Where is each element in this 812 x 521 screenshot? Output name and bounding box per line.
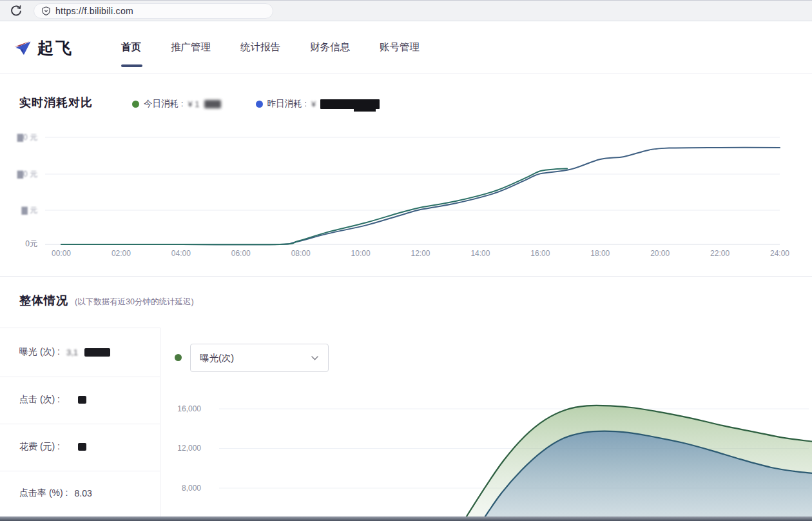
x-tick-label: 04:00 xyxy=(166,249,197,258)
nav-item-promotion[interactable]: 推广管理 xyxy=(171,41,211,54)
today-line xyxy=(61,169,567,245)
legend-item-today[interactable]: 今日消耗 : ¥ 1 xyxy=(132,98,221,110)
nav-item-finance[interactable]: 财务信息 xyxy=(310,41,350,54)
metric-row-clicks: 点击 (次) : xyxy=(19,393,86,406)
site-header: 起飞 首页 推广管理 统计报告 财务信息 账号管理 xyxy=(0,22,812,74)
url-field[interactable]: https://f.bilibili.com xyxy=(34,3,273,19)
overall-title: 整体情况 xyxy=(19,293,68,308)
metric-label: 点击 (次) : xyxy=(19,394,60,406)
top-chart-x-ticks: 00:0002:0004:0006:0008:0010:0012:0014:00… xyxy=(0,249,812,260)
legend-label-today: 今日消耗 : xyxy=(144,98,184,110)
x-tick-label: 00:00 xyxy=(46,249,77,258)
legend-dot-yesterday xyxy=(256,101,263,108)
redacted-value xyxy=(78,396,86,404)
x-tick-label: 12:00 xyxy=(405,249,436,258)
logo[interactable]: 起飞 xyxy=(14,37,73,59)
x-tick-label: 18:00 xyxy=(585,249,615,258)
nav-item-home[interactable]: 首页 xyxy=(121,41,141,54)
site-security-icon xyxy=(42,6,50,15)
row-divider xyxy=(0,424,160,424)
overview-chart xyxy=(213,392,812,521)
page: https://f.bilibili.com 起飞 首页 推广管理 统计报告 财… xyxy=(0,0,812,521)
main-nav: 首页 推广管理 统计报告 财务信息 账号管理 xyxy=(121,22,420,73)
browser-bar: https://f.bilibili.com xyxy=(0,0,812,21)
x-tick-label: 16:00 xyxy=(525,249,556,258)
paper-plane-icon xyxy=(14,40,32,57)
x-tick-label: 10:00 xyxy=(345,249,376,258)
legend-value-today-blurred: ¥ 1 xyxy=(188,99,200,109)
row-divider xyxy=(0,377,160,377)
overall-title-row: 整体情况 (以下数据有近30分钟的统计延迟) xyxy=(19,293,194,308)
realtime-title: 实时消耗对比 xyxy=(19,95,93,110)
legend-label-yesterday: 昨日消耗 : xyxy=(267,98,307,110)
section-divider xyxy=(0,276,812,277)
chevron-down-icon xyxy=(311,355,319,361)
x-tick-label: 20:00 xyxy=(644,249,675,258)
metric-row-impressions: 曝光 (次) : 3,1 xyxy=(19,346,110,359)
chart-legend: 今日消耗 : ¥ 1 昨日消耗 : ¥ xyxy=(132,98,380,110)
x-tick-label: 22:00 xyxy=(704,249,735,258)
metric-value-blurred: 3,1 xyxy=(66,348,78,357)
reload-icon xyxy=(10,10,23,19)
legend-dot-today xyxy=(132,101,139,108)
realtime-chart xyxy=(0,129,812,258)
gridlines xyxy=(45,137,780,244)
metric-label: 点击率 (%) : xyxy=(19,487,68,499)
x-tick-label: 24:00 xyxy=(764,249,795,258)
window-edge xyxy=(0,516,812,521)
y-tick-label: 8,000 xyxy=(160,483,201,493)
x-tick-label: 06:00 xyxy=(226,249,256,258)
metric-select[interactable]: 曝光(次) xyxy=(190,344,329,372)
overall-subtitle: (以下数据有近30分钟的统计延迟) xyxy=(75,297,194,308)
metric-label: 曝光 (次) : xyxy=(19,346,60,358)
logo-text: 起飞 xyxy=(37,37,73,59)
url-text: https://f.bilibili.com xyxy=(55,6,133,16)
series-dot xyxy=(175,354,182,361)
metric-select-value: 曝光(次) xyxy=(200,352,234,364)
redacted-value xyxy=(320,99,380,109)
metric-value: 8.03 xyxy=(74,488,92,498)
nav-item-reports[interactable]: 统计报告 xyxy=(240,41,280,54)
metric-row-ctr: 点击率 (%) : 8.03 xyxy=(19,487,92,500)
y-tick-label: 12,000 xyxy=(160,443,201,453)
yesterday-line xyxy=(61,148,780,244)
legend-value-yesterday-blurred: ¥ xyxy=(311,99,316,109)
row-divider xyxy=(0,328,160,328)
x-tick-label: 14:00 xyxy=(465,249,496,258)
nav-item-account[interactable]: 账号管理 xyxy=(380,41,420,54)
reload-button[interactable] xyxy=(9,5,23,19)
legend-item-yesterday[interactable]: 昨日消耗 : ¥ xyxy=(256,98,380,110)
redacted-value xyxy=(84,348,110,357)
redacted-value xyxy=(204,100,221,108)
metric-label: 花费 (元) : xyxy=(19,441,60,453)
redacted-value xyxy=(78,443,86,451)
y-tick-label: 16,000 xyxy=(160,404,201,414)
x-tick-label: 08:00 xyxy=(285,249,316,258)
metric-row-cost: 花费 (元) : xyxy=(19,440,86,453)
active-tab-underline xyxy=(121,64,142,67)
x-tick-label: 02:00 xyxy=(106,249,137,258)
row-divider xyxy=(0,471,160,471)
